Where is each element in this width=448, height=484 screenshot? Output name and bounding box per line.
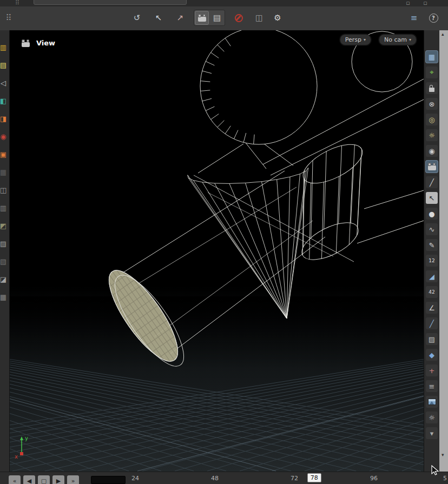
display-options-icon-glyph: ≡ bbox=[411, 13, 418, 23]
shelf-tool-4[interactable]: ◧ bbox=[0, 96, 9, 105]
origin-icon[interactable]: + bbox=[426, 364, 438, 376]
shelf-tool-10-glyph: ▥ bbox=[0, 204, 6, 212]
camera-view-icon[interactable] bbox=[426, 161, 438, 173]
view-label-group: View bbox=[22, 39, 55, 47]
shelf-tool-11[interactable]: ◩ bbox=[0, 221, 9, 230]
angle-icon-glyph: ∠ bbox=[429, 304, 435, 312]
viewport-camera-icon[interactable] bbox=[195, 11, 209, 25]
render-glasses-icon-glyph: ◫ bbox=[255, 13, 263, 23]
panel-icon-2-glyph: ▫ bbox=[423, 0, 427, 6]
drag-handle-icon-glyph: ⠿ bbox=[6, 13, 12, 23]
shelf-tool-3[interactable]: ◁ bbox=[0, 78, 9, 88]
shelf-tool-15[interactable]: ▦ bbox=[0, 292, 9, 302]
display-options-icons: ▦⌖⊗◎☼◉╱↖●∿✎12◢42∠╱▨◆+≡☼▾ bbox=[424, 30, 439, 472]
checker-icon-glyph: ▨ bbox=[429, 335, 435, 343]
more-icon[interactable]: ▾ bbox=[426, 427, 438, 439]
select-arrow-icon[interactable]: ↖ bbox=[426, 192, 438, 204]
normal-icon[interactable]: ╱ bbox=[426, 317, 438, 329]
curve-icon[interactable]: ∿ bbox=[426, 223, 438, 235]
shelf-tool-2-glyph: ▤ bbox=[0, 61, 6, 69]
probe-icon[interactable]: ╱ bbox=[426, 176, 438, 188]
list-icon[interactable]: ≡ bbox=[426, 380, 438, 392]
gem-icon-glyph: ◆ bbox=[429, 351, 434, 359]
viewport-3d[interactable]: View Persp ▾ No cam ▾ y x bbox=[10, 30, 424, 472]
shelf-tool-12[interactable]: ▨ bbox=[0, 238, 9, 248]
timeline[interactable]: «◀▢▶» 78 5 24487296 bbox=[0, 472, 448, 484]
left-shelf: ▥▤◁◧◨◉▣▦◫▥◩▨▧◪▦ bbox=[0, 30, 10, 472]
chevron-down-icon: ▾ bbox=[409, 37, 411, 42]
shelf-tool-8[interactable]: ▦ bbox=[0, 167, 9, 177]
axis-x-label: x bbox=[15, 454, 18, 460]
render-glasses-icon[interactable]: ◫ bbox=[252, 11, 266, 25]
point-display-icon-glyph: ● bbox=[429, 210, 434, 218]
pivot-icon-glyph: ◉ bbox=[429, 147, 434, 155]
no-entry-icon[interactable] bbox=[232, 11, 246, 25]
transform-tool-icon-glyph: ↗ bbox=[177, 13, 184, 23]
shelf-tool-5[interactable]: ◨ bbox=[0, 114, 9, 123]
shelf-tool-8-glyph: ▦ bbox=[0, 168, 6, 176]
transform-tool-icon[interactable]: ↗ bbox=[173, 11, 187, 25]
toolbar-drag-handle[interactable]: ⠿ bbox=[2, 11, 16, 25]
flipbook-icon[interactable]: ▤ bbox=[210, 11, 224, 25]
right-scrollbar[interactable]: ▴ ▾ bbox=[439, 30, 448, 472]
view-camera-icon bbox=[22, 42, 30, 47]
help-icon-glyph: ? bbox=[429, 14, 438, 23]
checker-icon[interactable]: ▨ bbox=[426, 333, 438, 345]
view-label: View bbox=[36, 39, 55, 47]
render-settings-icon-glyph: ⚙ bbox=[274, 13, 281, 23]
path-field[interactable] bbox=[34, 0, 187, 5]
shelf-tool-1[interactable]: ▥ bbox=[0, 42, 9, 52]
brush-icon[interactable]: ◢ bbox=[426, 270, 438, 282]
no-entry-icon-glyph bbox=[235, 14, 243, 22]
mouse-cursor bbox=[431, 465, 440, 476]
lock-icon[interactable] bbox=[426, 82, 438, 94]
view-layout-icon[interactable]: ▦ bbox=[426, 51, 438, 63]
frame-tick: 72 bbox=[291, 475, 298, 482]
select-arrow-icon-glyph: ↖ bbox=[429, 194, 435, 202]
display-options-icon[interactable]: ≡ bbox=[407, 11, 421, 25]
toolbar-right-group: ≡? bbox=[407, 11, 440, 25]
lamp-icon[interactable]: ☼ bbox=[426, 412, 438, 423]
axis-gizmo: y x bbox=[14, 432, 41, 460]
view-layout-icon-glyph: ▦ bbox=[429, 53, 435, 61]
prim-numbers-icon[interactable]: 42 bbox=[426, 286, 438, 298]
frame-tick: 48 bbox=[211, 475, 219, 482]
camera-menu-button[interactable]: No cam ▾ bbox=[379, 34, 417, 45]
shelf-tool-6[interactable]: ◉ bbox=[0, 131, 9, 141]
drag-handle-icon[interactable]: ⠿ bbox=[2, 11, 16, 25]
scroll-down-icon[interactable]: ▾ bbox=[442, 452, 444, 458]
pen-icon[interactable]: ✎ bbox=[426, 239, 438, 251]
image-plane-icon[interactable] bbox=[426, 396, 438, 408]
point-display-icon[interactable]: ● bbox=[426, 208, 438, 220]
projection-menu-button[interactable]: Persp ▾ bbox=[340, 34, 371, 45]
shelf-tool-2[interactable]: ▤ bbox=[0, 60, 9, 70]
target-icon-glyph: ◎ bbox=[429, 116, 434, 124]
target-icon[interactable]: ◎ bbox=[426, 114, 438, 125]
frame-tick: 24 bbox=[131, 475, 139, 482]
pivot-icon[interactable]: ◉ bbox=[426, 145, 438, 157]
angle-icon[interactable]: ∠ bbox=[426, 302, 438, 314]
shelf-tool-9[interactable]: ◫ bbox=[0, 185, 9, 195]
shelf-tool-9-glyph: ◫ bbox=[0, 186, 6, 194]
view-tool-icon[interactable]: ↺ bbox=[130, 11, 144, 25]
scroll-up-icon[interactable]: ▴ bbox=[442, 31, 444, 37]
help-icon[interactable]: ? bbox=[426, 11, 440, 25]
gem-icon[interactable]: ◆ bbox=[426, 349, 438, 361]
snap-icon[interactable]: ⌖ bbox=[426, 67, 438, 78]
light-icon[interactable]: ☼ bbox=[426, 129, 438, 141]
shelf-tool-10[interactable]: ▥ bbox=[0, 203, 9, 213]
disable-icon[interactable]: ⊗ bbox=[426, 98, 438, 110]
toolbar-tools-group: ↺↖↗ bbox=[130, 11, 187, 25]
shelf-tool-14[interactable]: ◪ bbox=[0, 274, 9, 284]
shelf-tool-7[interactable]: ▣ bbox=[0, 149, 9, 159]
frame-tick-partial: 5 bbox=[443, 475, 447, 482]
select-tool-icon[interactable]: ↖ bbox=[151, 11, 166, 25]
shelf-tool-15-glyph: ▦ bbox=[0, 293, 6, 301]
shelf-tool-5-glyph: ◨ bbox=[0, 115, 6, 123]
current-frame-indicator[interactable]: 78 bbox=[307, 473, 321, 482]
projection-label: Persp bbox=[345, 36, 361, 43]
point-numbers-icon[interactable]: 12 bbox=[426, 255, 438, 267]
frame-ruler[interactable]: 78 5 24487296 bbox=[0, 472, 448, 484]
render-settings-icon[interactable]: ⚙ bbox=[271, 11, 285, 25]
shelf-tool-13[interactable]: ▧ bbox=[0, 256, 9, 266]
